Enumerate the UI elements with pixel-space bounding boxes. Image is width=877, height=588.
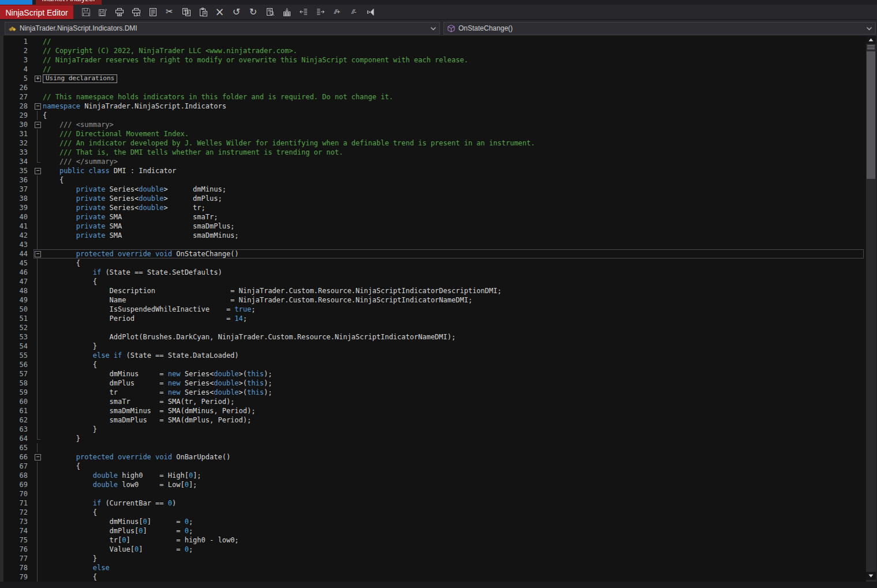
find-icon[interactable]: [265, 7, 275, 17]
code-text[interactable]: protected override void OnBarUpdate(): [43, 452, 866, 462]
code-text[interactable]: public class DMI : Indicator: [43, 166, 866, 175]
line-number[interactable]: 64: [3, 434, 33, 443]
code-text[interactable]: [43, 83, 866, 92]
line-number[interactable]: 38: [3, 194, 33, 203]
indent-icon[interactable]: [315, 7, 325, 17]
code-line-40[interactable]: 40 private SMA smaTr;: [3, 212, 866, 222]
code-line-33[interactable]: 33 /// That is, the DMI tells whether an…: [3, 148, 866, 157]
code-text[interactable]: }: [43, 434, 866, 443]
open-visual-studio-icon[interactable]: [365, 7, 375, 17]
fold-collapse-icon[interactable]: −: [33, 120, 43, 129]
code-line-75[interactable]: 75 tr[0] = high0 - low0;: [3, 535, 866, 545]
code-line-56[interactable]: 56 {: [3, 360, 866, 369]
line-number[interactable]: 32: [3, 138, 33, 148]
line-number[interactable]: 35: [3, 166, 33, 175]
code-text[interactable]: tr = new Series<double>(this);: [43, 388, 866, 397]
line-number[interactable]: 68: [3, 471, 33, 480]
line-number[interactable]: 79: [3, 572, 33, 582]
code-line-61[interactable]: 61 smaDmMinus = SMA(dmMinus, Period);: [3, 406, 866, 415]
code-text[interactable]: else if (State == State.DataLoaded): [43, 351, 866, 360]
line-number[interactable]: 30: [3, 120, 33, 129]
code-line-67[interactable]: 67 {: [3, 462, 866, 471]
code-text[interactable]: else: [43, 563, 866, 572]
code-text[interactable]: namespace NinjaTrader.NinjaScript.Indica…: [43, 102, 866, 111]
code-text[interactable]: Description = NinjaTrader.Custom.Resourc…: [43, 286, 866, 295]
line-number[interactable]: 2: [3, 46, 33, 55]
code-line-63[interactable]: 63 }: [3, 425, 866, 434]
code-text[interactable]: {: [43, 508, 866, 517]
line-number[interactable]: 43: [3, 240, 33, 249]
code-line-52[interactable]: 52: [3, 323, 866, 332]
code-line-71[interactable]: 71 if (CurrentBar == 0): [3, 499, 866, 508]
code-text[interactable]: [43, 443, 866, 452]
code-text[interactable]: //: [43, 65, 866, 74]
code-text[interactable]: smaTr = SMA(tr, Period);: [43, 397, 866, 406]
line-number[interactable]: 63: [3, 425, 33, 434]
code-line-62[interactable]: 62 smaDmPlus = SMA(dmPlus, Period);: [3, 415, 866, 425]
line-number[interactable]: 60: [3, 397, 33, 406]
print-icon[interactable]: [114, 7, 124, 17]
save-as-icon[interactable]: [98, 7, 107, 17]
scroll-down-button[interactable]: [866, 572, 876, 580]
copy-icon[interactable]: [181, 7, 191, 17]
line-number[interactable]: 42: [3, 231, 33, 240]
line-number[interactable]: 52: [3, 323, 33, 332]
code-line-28[interactable]: 28−namespace NinjaTrader.NinjaScript.Ind…: [3, 102, 866, 111]
code-text[interactable]: /// An indicator developed by J. Welles …: [43, 138, 866, 148]
line-number[interactable]: 61: [3, 406, 33, 415]
fold-collapse-icon[interactable]: −: [33, 249, 43, 259]
code-text[interactable]: }: [43, 425, 866, 434]
code-text[interactable]: double low0 = Low[0];: [43, 480, 866, 489]
line-number[interactable]: 1: [3, 37, 33, 46]
splitter-grip[interactable]: [867, 45, 875, 50]
line-number[interactable]: 26: [3, 83, 33, 92]
code-line-31[interactable]: 31 /// Directional Movement Index.: [3, 129, 866, 138]
page-setup-icon[interactable]: [148, 7, 158, 17]
code-text[interactable]: }: [43, 554, 866, 563]
code-text[interactable]: AddPlot(Brushes.DarkCyan, NinjaTrader.Cu…: [43, 332, 866, 342]
code-line-72[interactable]: 72 {: [3, 508, 866, 517]
code-text[interactable]: Value[0] = 0;: [43, 545, 866, 554]
code-text[interactable]: {: [43, 360, 866, 369]
code-line-59[interactable]: 59 tr = new Series<double>(this);: [3, 388, 866, 397]
code-line-51[interactable]: 51 Period = 14;: [3, 314, 866, 323]
code-text[interactable]: smaDmMinus = SMA(dmMinus, Period);: [43, 406, 866, 415]
code-line-3[interactable]: 3// NinjaTrader reserves the right to mo…: [3, 55, 866, 65]
code-text[interactable]: /// That is, the DMI tells whether an in…: [43, 148, 866, 157]
redo-icon[interactable]: ↻: [248, 7, 258, 17]
code-line-53[interactable]: 53 AddPlot(Brushes.DarkCyan, NinjaTrader…: [3, 332, 866, 342]
code-text[interactable]: [43, 489, 866, 499]
line-number[interactable]: 46: [3, 268, 33, 277]
code-line-38[interactable]: 38 private Series<double> dmPlus;: [3, 194, 866, 203]
code-text[interactable]: protected override void OnStateChange(): [43, 249, 866, 259]
code-line-50[interactable]: 50 IsSuspendedWhileInactive = true;: [3, 305, 866, 314]
code-text[interactable]: private SMA smaDmPlus;: [43, 222, 866, 231]
line-number[interactable]: 49: [3, 295, 33, 305]
line-number[interactable]: 73: [3, 517, 33, 526]
line-number[interactable]: 77: [3, 554, 33, 563]
class-dropdown[interactable]: NinjaTrader.NinjaScript.Indicators.DMI: [5, 22, 440, 35]
fold-collapse-icon[interactable]: −: [33, 166, 43, 175]
line-number[interactable]: 48: [3, 286, 33, 295]
code-line-2[interactable]: 2// Copyright (C) 2022, NinjaTrader LLC …: [3, 46, 866, 55]
line-number[interactable]: 66: [3, 452, 33, 462]
code-line-46[interactable]: 46 if (State == State.SetDefaults): [3, 268, 866, 277]
line-number[interactable]: 62: [3, 415, 33, 425]
line-number[interactable]: 57: [3, 369, 33, 379]
code-line-41[interactable]: 41 private SMA smaDmPlus;: [3, 222, 866, 231]
line-number[interactable]: 74: [3, 526, 33, 535]
code-line-39[interactable]: 39 private Series<double> tr;: [3, 203, 866, 212]
line-number[interactable]: 58: [3, 379, 33, 388]
code-line-55[interactable]: 55 else if (State == State.DataLoaded): [3, 351, 866, 360]
code-text[interactable]: if (State == State.SetDefaults): [43, 268, 866, 277]
line-number[interactable]: 78: [3, 563, 33, 572]
code-line-54[interactable]: 54 }: [3, 342, 866, 351]
fold-expand-icon[interactable]: +: [33, 74, 43, 83]
code-text[interactable]: private Series<double> dmMinus;: [43, 185, 866, 194]
code-text[interactable]: // This namespace holds indicators in th…: [43, 92, 866, 102]
minus-box-icon[interactable]: −: [35, 122, 41, 128]
code-text[interactable]: private SMA smaDmMinus;: [43, 231, 866, 240]
line-number[interactable]: 33: [3, 148, 33, 157]
collapsed-region-box[interactable]: Using declarations: [43, 74, 117, 83]
code-editor[interactable]: 1//2// Copyright (C) 2022, NinjaTrader L…: [0, 36, 866, 582]
